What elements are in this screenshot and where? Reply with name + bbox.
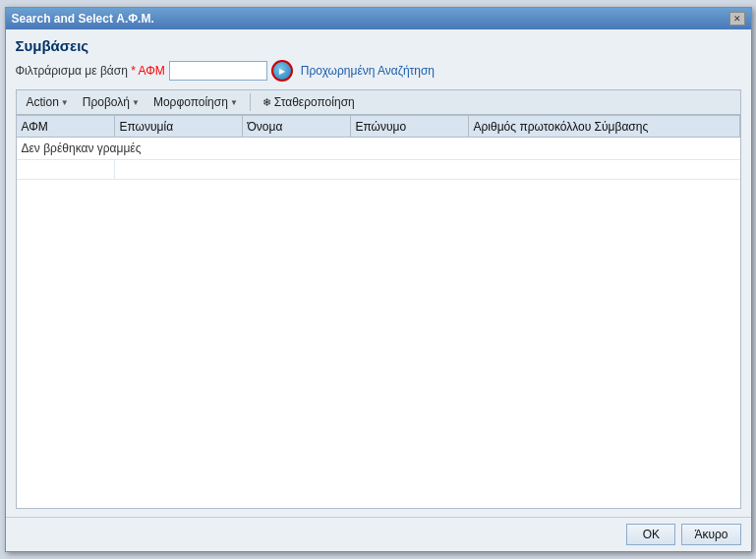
dialog: Search and Select Α.Φ.Μ. ✕ Συμβάσεις Φιλ… (5, 7, 752, 552)
close-button[interactable]: ✕ (729, 12, 745, 26)
grid-header: ΑΦΜ Επωνυμία Όνομα Επώνυμο Αριθμός πρωτο… (17, 116, 740, 138)
stabilize-label: Σταθεροποίηση (274, 95, 355, 109)
afm-input[interactable] (169, 61, 267, 81)
view-button[interactable]: Προβολή ▼ (77, 92, 145, 112)
toolbar-separator (250, 93, 251, 111)
content-area: Συμβάσεις Φιλτράρισμα με βάση * ΑΦΜ Προχ… (6, 29, 751, 517)
action-button[interactable]: Action ▼ (21, 92, 75, 112)
format-chevron-icon: ▼ (230, 98, 238, 107)
col-header-arithmos: Αριθμός πρωτοκόλλου Σύμβασης (469, 116, 740, 137)
empty-message: Δεν βρέθηκαν γραμμές (17, 138, 740, 160)
footer: ΟΚ Άκυρο (6, 517, 751, 551)
view-label: Προβολή (83, 95, 130, 109)
required-star: * ΑΦΜ (131, 64, 165, 78)
cancel-button[interactable]: Άκυρο (681, 524, 740, 545)
data-grid: ΑΦΜ Επωνυμία Όνομα Επώνυμο Αριθμός πρωτο… (16, 115, 741, 509)
format-label: Μορφοποίηση (153, 95, 228, 109)
view-chevron-icon: ▼ (132, 98, 140, 107)
col-header-eponimia: Επωνυμία (115, 116, 243, 137)
col-header-onoma: Όνομα (243, 116, 351, 137)
ok-button[interactable]: ΟΚ (626, 524, 675, 545)
col-header-eponimo: Επώνυμο (351, 116, 469, 137)
action-chevron-icon: ▼ (61, 98, 69, 107)
blank-row (17, 160, 740, 180)
blank-cell (17, 160, 115, 179)
search-button[interactable] (271, 60, 293, 82)
grid-body: Δεν βρέθηκαν γραμμές (17, 138, 740, 508)
toolbar: Action ▼ Προβολή ▼ Μορφοποίηση ▼ ❄ Σταθε… (16, 89, 741, 115)
dialog-title: Search and Select Α.Φ.Μ. (12, 12, 154, 26)
filter-label: Φιλτράρισμα με βάση * ΑΦΜ (16, 64, 165, 78)
stabilize-button[interactable]: ❄ Σταθεροποίηση (257, 93, 361, 111)
filter-row: Φιλτράρισμα με βάση * ΑΦΜ Προχωρημένη Αν… (16, 60, 741, 82)
title-bar: Search and Select Α.Φ.Μ. ✕ (6, 8, 751, 29)
freeze-icon: ❄ (262, 96, 271, 109)
format-button[interactable]: Μορφοποίηση ▼ (147, 92, 244, 112)
col-header-afm: ΑΦΜ (17, 116, 115, 137)
action-label: Action (27, 95, 59, 109)
title-bar-buttons: ✕ (729, 12, 745, 26)
section-title: Συμβάσεις (16, 37, 741, 54)
advanced-search-link[interactable]: Προχωρημένη Αναζήτηση (301, 64, 435, 78)
